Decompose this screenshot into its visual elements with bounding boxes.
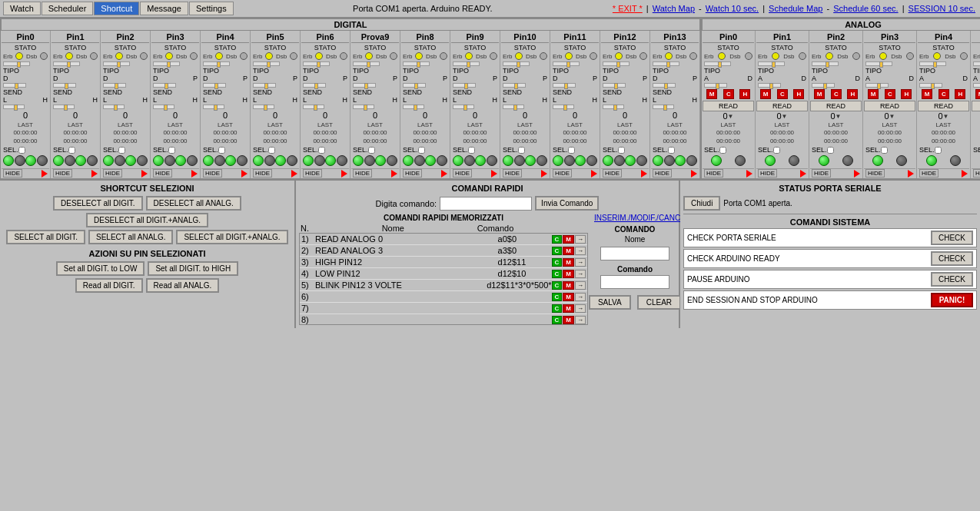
sistema-btn-0[interactable]: CHECK <box>931 231 973 245</box>
btn-m-5[interactable]: M <box>975 89 980 99</box>
analog-hide-btn-1[interactable]: HIDE <box>758 169 777 178</box>
btn-h-1[interactable]: H <box>793 89 804 99</box>
send-slider-12[interactable] <box>603 105 624 109</box>
analog-sel-checkbox-2[interactable] <box>827 147 834 154</box>
stato-slider-4[interactable] <box>203 61 230 66</box>
cmd-c-btn-7[interactable]: C <box>552 316 563 324</box>
hide-btn-8[interactable]: HIDE <box>403 169 422 178</box>
analog-slider-track-0[interactable] <box>704 61 731 66</box>
down-arrow-0[interactable]: ▼ <box>728 113 734 120</box>
sel-checkbox-1[interactable] <box>68 147 75 154</box>
cmd-m-btn-0[interactable]: M <box>563 235 574 244</box>
deselect-analg-btn[interactable]: DESELECT all ANALG. <box>146 196 241 211</box>
send-slider-0[interactable] <box>3 105 25 109</box>
stato-slider-9[interactable] <box>453 61 480 66</box>
send-slider-5[interactable] <box>253 105 274 109</box>
stato-slider-2[interactable] <box>103 61 130 66</box>
analog-sel-checkbox-1[interactable] <box>773 147 780 154</box>
hide-btn-12[interactable]: HIDE <box>603 169 622 178</box>
cmd-arrow-btn-6[interactable]: → <box>575 304 586 313</box>
sel-checkbox-9[interactable] <box>468 147 475 154</box>
hide-btn-7[interactable]: HIDE <box>353 169 372 178</box>
tipo-slider-6[interactable] <box>303 83 326 88</box>
set-low-btn[interactable]: Set all DIGIT. to LOW <box>56 261 145 276</box>
cmd-m-btn-1[interactable]: M <box>563 247 574 255</box>
hide-btn-0[interactable]: HIDE <box>3 169 22 178</box>
cmd-arrow-btn-2[interactable]: → <box>575 258 586 267</box>
send-slider-1[interactable] <box>53 105 75 109</box>
send-slider-6[interactable] <box>303 105 324 109</box>
select-digit-btn[interactable]: SELECT all DIGIT. <box>6 230 85 244</box>
btn-h-0[interactable]: H <box>739 89 750 99</box>
stato-slider-13[interactable] <box>653 61 679 66</box>
tipo-slider-4[interactable] <box>203 83 226 88</box>
deselect-both-btn[interactable]: DESELECT all DIGIT.+ANALG. <box>86 213 208 227</box>
tab-message[interactable]: Message <box>140 2 188 15</box>
invia-btn[interactable]: Invia Comando <box>535 196 599 211</box>
tab-watch[interactable]: Watch <box>3 2 41 15</box>
send-slider-2[interactable] <box>103 105 125 109</box>
down-arrow-2[interactable]: ▼ <box>835 113 842 120</box>
sistema-btn-1[interactable]: CHECK <box>931 251 973 266</box>
btn-c-1[interactable]: C <box>777 89 788 99</box>
tipo-slider-0[interactable] <box>3 83 26 88</box>
stato-slider-11[interactable] <box>553 61 580 66</box>
tab-settings[interactable]: Settings <box>189 2 234 15</box>
send-slider-9[interactable] <box>453 105 474 109</box>
watch-map-link[interactable]: Watch Map <box>653 4 695 13</box>
read-btn-0[interactable]: READ <box>703 101 754 111</box>
session-10-link[interactable]: SESSION 10 sec. <box>909 4 975 13</box>
btn-c-4[interactable]: C <box>938 89 949 99</box>
cmd-arrow-btn-7[interactable]: → <box>575 316 586 324</box>
cmd-m-btn-7[interactable]: M <box>563 316 574 324</box>
cmd-c-btn-3[interactable]: C <box>552 270 563 278</box>
tipo-slider-10[interactable] <box>503 83 526 88</box>
analog-slider-track-1[interactable] <box>758 61 785 66</box>
down-arrow-3[interactable]: ▼ <box>889 113 895 120</box>
analog-hide-btn-5[interactable]: HIDE <box>973 169 980 178</box>
btn-c-3[interactable]: C <box>885 89 895 99</box>
cmd-arrow-btn-4[interactable]: → <box>575 281 586 290</box>
nome-input[interactable] <box>600 247 669 260</box>
down-arrow-4[interactable]: ▼ <box>943 113 949 120</box>
cmd-arrow-btn-0[interactable]: → <box>575 235 586 244</box>
btn-m-2[interactable]: M <box>814 89 826 99</box>
sel-checkbox-4[interactable] <box>218 147 225 154</box>
stato-slider-5[interactable] <box>253 61 280 66</box>
hide-btn-11[interactable]: HIDE <box>553 169 572 178</box>
send-slider-3[interactable] <box>153 105 174 109</box>
stato-slider-10[interactable] <box>503 61 530 66</box>
read-btn-4[interactable]: READ <box>918 101 969 111</box>
cmd-m-btn-3[interactable]: M <box>563 270 574 278</box>
sel-checkbox-8[interactable] <box>418 147 425 154</box>
btn-m-1[interactable]: M <box>760 89 772 99</box>
send-slider-10[interactable] <box>503 105 524 109</box>
schedule-map-link[interactable]: Schedule Map <box>769 4 822 13</box>
btn-c-0[interactable]: C <box>723 89 734 99</box>
stato-slider-0[interactable] <box>3 61 30 66</box>
hide-btn-5[interactable]: HIDE <box>253 169 272 178</box>
hide-btn-10[interactable]: HIDE <box>503 169 522 178</box>
cmd-c-btn-6[interactable]: C <box>552 304 563 313</box>
hide-btn-3[interactable]: HIDE <box>153 169 172 178</box>
clear-btn[interactable]: CLEAR <box>637 295 681 310</box>
cmd-c-btn-0[interactable]: C <box>552 235 563 244</box>
analog-hide-btn-3[interactable]: HIDE <box>865 169 885 178</box>
send-slider-4[interactable] <box>203 105 224 109</box>
tipo-slider-1[interactable] <box>53 83 76 88</box>
sel-checkbox-13[interactable] <box>668 147 675 154</box>
send-slider-11[interactable] <box>553 105 574 109</box>
cmd-m-btn-4[interactable]: M <box>563 281 574 290</box>
tipo-slider-11[interactable] <box>553 83 576 88</box>
analog-slider-track-5[interactable] <box>973 61 980 66</box>
stato-slider-12[interactable] <box>603 61 630 66</box>
cmd-scroll[interactable]: 1) READ ANALOG 0 a0$0 C M → 2) READ ANAL… <box>299 233 588 325</box>
send-slider-13[interactable] <box>653 105 674 109</box>
analog-hide-btn-4[interactable]: HIDE <box>919 169 938 178</box>
sel-checkbox-3[interactable] <box>168 147 175 154</box>
tab-scheduler[interactable]: Scheduler <box>42 2 94 15</box>
inserim-link[interactable]: INSERIM./MODIF./CANC. <box>594 214 676 222</box>
deselect-digit-btn[interactable]: DESELECT all DIGIT. <box>53 196 143 211</box>
analog-sel-checkbox-3[interactable] <box>881 147 888 154</box>
exit-link[interactable]: * EXIT * <box>613 4 643 13</box>
